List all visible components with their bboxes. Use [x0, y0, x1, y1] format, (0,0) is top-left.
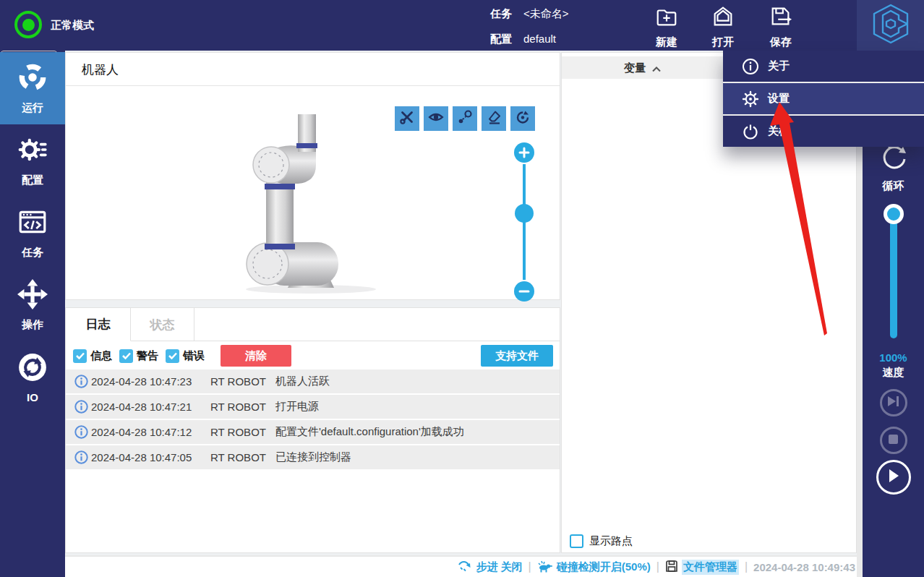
- open-task-button[interactable]: 打开: [700, 4, 746, 48]
- file-manager-button[interactable]: 文件管理器: [665, 560, 739, 575]
- run-icon: [17, 62, 48, 95]
- top-bar: 正常模式 任务 <未命名> 配置 default 新建 打开: [0, 0, 924, 51]
- robot-arm-3d-view[interactable]: [239, 114, 383, 295]
- clear-log-button[interactable]: 清除: [221, 345, 291, 367]
- log-source: RT ROBOT: [210, 401, 266, 413]
- open-task-label: 打开: [712, 36, 734, 48]
- mode-label: 正常模式: [51, 19, 94, 33]
- step-icon: [458, 560, 472, 575]
- sidebar-item-config-label: 配置: [22, 174, 43, 187]
- rotate-icon: [515, 109, 531, 128]
- info-icon: [742, 58, 759, 75]
- step-mode-status[interactable]: 步进 关闭: [458, 560, 522, 575]
- sidebar-item-run[interactable]: 运行: [0, 52, 65, 124]
- tab-status[interactable]: 状态: [131, 308, 194, 341]
- gear-icon: [742, 90, 759, 108]
- warning-checkbox[interactable]: [119, 349, 133, 363]
- menu-item-shutdown-label: 关机: [768, 124, 790, 138]
- operate-icon: [17, 279, 48, 312]
- rotate-view-button[interactable]: [510, 106, 535, 131]
- sidebar-item-task-label: 任务: [22, 246, 43, 260]
- menu-item-about-label: 关于: [768, 59, 790, 73]
- sidebar-item-io-label: IO: [27, 391, 38, 403]
- collision-icon: [537, 560, 553, 575]
- speed-slider-track[interactable]: [890, 211, 897, 338]
- filter-info[interactable]: 信息: [73, 349, 112, 363]
- io-icon: [17, 352, 48, 385]
- skip-next-icon: [887, 396, 900, 410]
- stop-icon: [889, 434, 898, 447]
- log-list: 2024-04-28 10:47:23 RT ROBOT 机器人活跃 2024-…: [66, 369, 560, 471]
- collision-detection-label: 碰撞检测开启(50%): [557, 560, 651, 574]
- config-icon: [17, 134, 48, 168]
- app-logo-menu-button[interactable]: [857, 0, 924, 51]
- eraser-button[interactable]: [482, 106, 506, 131]
- log-message: 打开电源: [275, 400, 319, 414]
- chevron-up-icon: [651, 62, 662, 74]
- filter-warning-label: 警告: [137, 349, 158, 363]
- collision-detection-status[interactable]: 碰撞检测开启(50%): [537, 560, 651, 575]
- log-entry: 2024-04-28 10:47:05 RT ROBOT 已连接到控制器: [66, 445, 560, 469]
- filter-warning[interactable]: 警告: [119, 349, 158, 363]
- stop-button[interactable]: [880, 427, 907, 454]
- variables-panel-title: 变量: [624, 61, 646, 75]
- save-task-button[interactable]: 保存: [758, 4, 804, 48]
- menu-item-about[interactable]: 关于: [723, 51, 924, 83]
- zoom-slider-handle[interactable]: [515, 204, 534, 223]
- open-task-icon: [711, 4, 735, 32]
- separator: |: [656, 560, 659, 573]
- sidebar-item-io[interactable]: IO: [0, 341, 65, 414]
- menu-item-settings[interactable]: 设置: [723, 83, 924, 116]
- visibility-button[interactable]: [424, 106, 448, 131]
- zoom-in-button[interactable]: [514, 142, 534, 163]
- loop-label: 循环: [883, 179, 904, 193]
- info-icon: [74, 375, 88, 390]
- log-time: 2024-04-28 10:47:21: [91, 401, 192, 413]
- zoom-out-button[interactable]: [514, 281, 534, 302]
- log-source: RT ROBOT: [210, 451, 266, 463]
- log-time: 2024-04-28 10:47:05: [91, 451, 192, 463]
- filter-error[interactable]: 错误: [166, 349, 205, 363]
- speed-slider-handle[interactable]: [884, 204, 904, 224]
- log-source: RT ROBOT: [210, 426, 266, 438]
- task-value: <未命名>: [523, 7, 569, 21]
- app-logo-icon: [871, 4, 910, 47]
- info-icon: [74, 425, 88, 441]
- show-waypoints-label: 显示路点: [589, 534, 633, 548]
- left-sidebar: 运行 配置: [0, 51, 65, 577]
- play-button[interactable]: [876, 460, 911, 495]
- speed-value: 100%: [863, 351, 924, 364]
- menu-item-shutdown[interactable]: 关机: [723, 116, 924, 147]
- path-button[interactable]: [453, 106, 477, 131]
- task-label: 任务: [490, 7, 512, 21]
- log-panel: 日志 状态 信息 警告 错误 清除 支持文件: [65, 307, 560, 553]
- sidebar-item-config[interactable]: 配置: [0, 124, 65, 197]
- error-checkbox[interactable]: [166, 349, 179, 363]
- support-files-button[interactable]: 支持文件: [481, 345, 553, 367]
- play-icon: [888, 469, 899, 486]
- tab-log[interactable]: 日志: [66, 308, 131, 341]
- new-task-label: 新建: [656, 36, 677, 48]
- new-task-button[interactable]: 新建: [643, 4, 690, 48]
- show-waypoints-toggle[interactable]: 显示路点: [570, 534, 633, 548]
- log-entry: 2024-04-28 10:47:12 RT ROBOT 配置文件'defaul…: [66, 420, 560, 444]
- save-task-icon: [769, 4, 793, 32]
- tools-button[interactable]: [395, 106, 419, 131]
- user-menu-dropdown: 关于 设置 关机: [723, 51, 924, 147]
- status-bar: 步进 关闭 | 碰撞检测开启(50%) | 文件管理器 | 2024-04-28…: [65, 555, 857, 577]
- log-message: 机器人活跃: [275, 375, 330, 388]
- mode-status-indicator: [14, 11, 42, 38]
- sidebar-item-operate[interactable]: 操作: [0, 269, 65, 341]
- tab-status-label: 状态: [150, 317, 175, 333]
- show-waypoints-checkbox[interactable]: [570, 534, 583, 548]
- path-icon: [457, 109, 473, 128]
- loop-icon: [878, 143, 909, 175]
- step-forward-button[interactable]: [880, 389, 907, 416]
- loop-mode-button[interactable]: 循环: [863, 143, 924, 193]
- robot-panel-title: 机器人: [82, 61, 119, 78]
- filter-error-label: 错误: [183, 349, 205, 363]
- log-time: 2024-04-28 10:47:23: [91, 375, 192, 388]
- info-checkbox[interactable]: [73, 349, 87, 363]
- sidebar-item-task[interactable]: 任务: [0, 197, 65, 269]
- save-task-label: 保存: [770, 36, 792, 48]
